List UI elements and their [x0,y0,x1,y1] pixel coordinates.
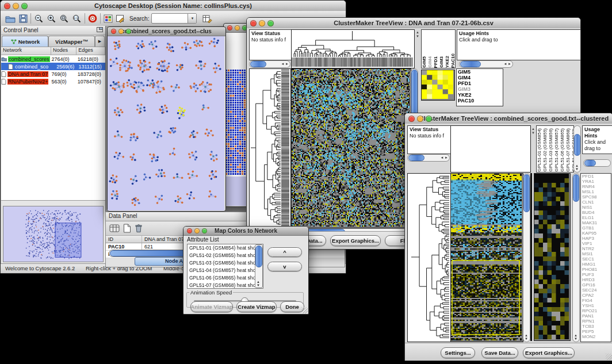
control-panel-title: Control Panel [3,27,39,33]
treeview1-hints-scrollbar[interactable]: ◄ ► [459,60,513,68]
annotation-icon[interactable] [116,13,125,24]
search-input[interactable] [152,14,188,22]
network-view-titlebar[interactable]: combined_scores_good.txt--cluste... [108,27,225,36]
zoom-button[interactable] [426,116,432,122]
document-icon [8,64,13,70]
treeview2-submatrix[interactable] [534,173,571,341]
network-table-header: Network Nodes Edges [1,47,105,55]
minimize-button[interactable] [13,3,19,9]
attribute-list-scrollbar[interactable]: ▲▼ [255,244,263,288]
close-button[interactable] [4,3,10,9]
treeview2-pan-arrows[interactable]: ▲▼ [531,127,536,135]
treeview2-genelist-scrollbar[interactable]: ▲▼ [572,173,580,342]
new-attribute-icon[interactable] [123,223,131,234]
zoom-button[interactable] [267,20,274,26]
tab-vizmapper[interactable]: VizMapper™ [48,36,95,47]
create-vizmap-button[interactable]: Create Vizmap [236,301,277,312]
treeview2-titlebar[interactable]: ClusterMaker TreeView : combined_scores_… [405,113,612,124]
save-data-button[interactable]: Save Data... [481,347,518,358]
float-panel-icon[interactable] [97,27,103,33]
network-view-window[interactable]: combined_scores_good.txt--cluste... [107,26,226,212]
treeview2-labels-scrollbar[interactable]: ▲▼ [573,125,581,173]
attribute-browser-icon[interactable] [202,13,212,24]
dialog-body: Attribute List GPL51-01 (GSM854) heat sh… [183,235,308,314]
search-combobox[interactable]: ▾ [151,13,197,24]
resize-grip[interactable] [301,307,308,313]
save-session-icon[interactable] [19,13,28,24]
treeview2-vscrollbar[interactable]: ▲▼ [523,173,530,342]
treeview1-row-dendrogram[interactable] [249,68,291,228]
network-view-canvas[interactable] [108,36,224,210]
treeview2-heatmap[interactable] [450,173,523,342]
move-down-button[interactable]: v [267,262,302,271]
treeview2-title: ClusterMaker TreeView : combined_scores_… [416,115,611,122]
minimize-button[interactable] [417,116,423,122]
attribute-select-icon[interactable] [109,223,120,234]
control-panel-header: Control Panel [1,26,105,35]
network-list-item[interactable]: DNA and Tran 07 769(0) 183728(0) [1,70,105,78]
network-overview-canvas[interactable] [3,206,103,262]
desktop: Cytoscape Desktop (Session Name: collins… [0,0,612,364]
grid-network-canvas[interactable] [224,33,249,206]
network-list-item[interactable]: combined_scores 2764(0) 16218(0) [1,55,105,63]
network-overview-panel[interactable] [3,206,104,262]
treeview1-submatrix[interactable] [421,70,455,101]
animate-vizmap-button[interactable]: Animate Vizmap [190,301,233,312]
close-button[interactable] [187,228,192,233]
resize-grip[interactable] [606,354,612,360]
zoom-out-icon[interactable] [34,13,44,24]
network-view-title: combined_scores_good.txt--cluste... [121,28,212,35]
treeview2-column-dendrogram[interactable] [450,125,531,173]
control-panel-tabs: Network VizMapper™ ▶ [1,35,105,47]
minimize-button[interactable] [194,228,200,233]
search-dropdown-arrow[interactable]: ▾ [188,14,196,23]
zoom-button[interactable] [202,228,207,233]
map-colors-dialog: Map Colors to Network Attribute List GPL… [183,226,309,315]
zoom-selected-icon[interactable] [59,13,69,24]
main-window-title: Cytoscape Desktop (Session Name: collins… [14,2,332,9]
move-up-button[interactable]: ^ [267,247,302,257]
treeview1-status-scrollbar[interactable]: ◄ ► [249,60,290,68]
treeview1-titlebar[interactable]: ClusterMaker TreeView : DNA and Tran 07-… [247,18,580,29]
export-graphics-button[interactable]: Export Graphics... [330,235,381,246]
window-controls [4,3,28,9]
help-icon[interactable] [88,13,97,24]
tab-overflow-arrow[interactable]: ▶ [95,36,105,47]
open-session-icon[interactable] [5,13,16,24]
tab-network[interactable]: Network [2,36,48,47]
zoom-fit-icon[interactable]: 1:1 [72,13,82,24]
minimize-button[interactable] [235,25,240,30]
close-button[interactable] [111,29,116,34]
close-button[interactable] [250,20,257,26]
treeview2-body: View Status No status info f ◄ ► ▲▼ GPL5… [405,124,612,361]
close-button[interactable] [408,116,415,122]
treeview1-pan-arrows[interactable]: ▲▼ [415,30,420,39]
network-list-item[interactable]: RNAPuberNov2+ 563(0) 107847(0) [1,78,105,85]
treeview2-status-scrollbar[interactable]: ◄ ► [407,154,450,162]
network-list-item-selected[interactable]: combined_sco 2569(6) 13112(15) [1,63,105,70]
delete-attribute-icon[interactable] [135,223,143,234]
attribute-list-label: Attribute List [187,236,219,243]
export-graphics-button[interactable]: Export Graphics... [523,347,575,358]
zoom-button[interactable] [21,3,28,9]
dialog-title: Map Colors to Network [197,228,294,234]
treeview1-column-dendrogram[interactable] [291,29,415,68]
settings-button[interactable]: Settings... [441,347,475,358]
treeview2-gene-list[interactable]: PFD1YRA1RNR4MSL1SPC98CLN1NIS1BUD4ELG1MAK… [580,173,611,342]
network-list-empty-area[interactable] [1,85,105,201]
treeview1-heatmap[interactable] [291,68,411,228]
attribute-list[interactable]: GPL51-01 (GSM854) heat shock 05 minGPL51… [187,244,263,289]
treeview2-row-dendrogram[interactable] [407,173,452,342]
network-tab-icon [10,39,17,44]
treeview1-gene-list[interactable]: GIM5GIM4PFD1GIM3YKE2PAC10 [456,68,503,106]
minimize-button[interactable] [118,29,124,34]
treeview2-hints-scrollbar[interactable] [583,159,611,167]
zoom-in-icon[interactable] [47,13,56,24]
close-button[interactable] [227,25,232,30]
vizmapper-grid-icon[interactable] [104,13,113,24]
done-button[interactable]: Done [280,301,304,312]
dialog-titlebar[interactable]: Map Colors to Network [183,227,308,236]
main-titlebar[interactable]: Cytoscape Desktop (Session Name: collins… [1,1,346,12]
minimize-button[interactable] [259,20,265,26]
zoom-button[interactable] [126,29,131,34]
